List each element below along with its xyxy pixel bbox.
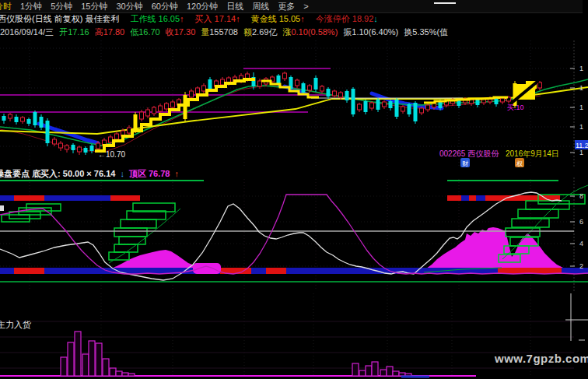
period-toolbar: 分时1分钟5分钟15分钟30分钟60分钟120分钟日线周线更多> <box>0 0 583 13</box>
header-indicator-3: 今涨停价 18.92↓ <box>316 13 378 25</box>
app-window: 分时1分钟5分钟15分钟30分钟60分钟120分钟日线周线更多> 西仪股份(日线… <box>0 0 588 379</box>
quote-field-0: 开17.16 <box>59 26 89 38</box>
svg-text:2016年9月14日: 2016年9月14日 <box>506 149 559 158</box>
quote-field-3: 收17.30 <box>166 26 196 38</box>
svg-text:1: 1 <box>579 65 583 72</box>
svg-text:1: 1 <box>579 149 583 156</box>
watermark: www.7gpzb.com <box>495 352 588 365</box>
menu-item-6[interactable]: 120分钟 <box>187 1 218 12</box>
svg-text:财: 财 <box>462 160 468 167</box>
svg-text:1: 1 <box>579 104 583 111</box>
quote-row: 2016/09/14/三 开17.16高17.80低16.70收17.30量15… <box>0 26 588 39</box>
indicator-values: 工作线 16.05↑买入 17.14↑黄金线 15.05↑今涨停价 18.92↓ <box>130 13 377 25</box>
stock-title: 西仪股份(日线 前复权) 最佳套利 <box>0 13 119 25</box>
quote-field-1: 高17.80 <box>95 26 125 38</box>
quote-date: 2016/09/14/三 <box>0 26 54 38</box>
quote-field-6: 涨0.10(0.58%) <box>282 26 338 38</box>
header-indicator-2: 黄金线 15.05↑ <box>251 13 305 25</box>
svg-text:8: 8 <box>579 192 583 200</box>
main-candlestick-chart[interactable]: 买:10←10.70002265 西仪股份2016年9月14日财权1111111… <box>0 39 588 167</box>
menu-item-5[interactable]: 60分钟 <box>152 1 178 12</box>
header-indicator-0: 工作线 16.05↑ <box>130 13 184 25</box>
svg-text:买:10: 买:10 <box>507 104 524 111</box>
menu-item-7[interactable]: 日线 <box>226 1 243 12</box>
menu-item-3[interactable]: 15分钟 <box>81 1 107 12</box>
menu-item-9[interactable]: 更多 <box>278 1 295 12</box>
header-indicator-1: 买入 17.14↑ <box>195 13 240 25</box>
svg-text:2: 2 <box>579 262 583 270</box>
quote-field-2: 低16.70 <box>130 26 160 38</box>
svg-text:11.2: 11.2 <box>576 142 588 149</box>
svg-text:权: 权 <box>516 160 523 167</box>
quote-fields: 开17.16高17.80低16.70收17.30量155708额2.69亿涨0.… <box>59 26 448 38</box>
quote-field-8: 换5.35%(值 <box>404 26 448 38</box>
svg-text:6: 6 <box>579 218 583 226</box>
menu-item-0[interactable]: 分时 <box>0 1 12 12</box>
svg-text:4: 4 <box>579 240 583 247</box>
window-dash-decoration <box>434 2 456 4</box>
svg-text:←10.70: ←10.70 <box>98 150 125 159</box>
svg-text:1: 1 <box>579 84 583 92</box>
svg-text:1: 1 <box>579 123 583 131</box>
menu-item-4[interactable]: 30分钟 <box>117 1 143 12</box>
quote-field-7: 振1.10(6.40%) <box>343 26 398 38</box>
menu-item-10[interactable]: > <box>303 2 308 11</box>
volume-indicator-panel[interactable] <box>0 292 588 379</box>
quote-field-5: 额2.69亿 <box>243 26 277 38</box>
menu-item-1[interactable]: 1分钟 <box>20 1 42 12</box>
oscillator-indicator-panel[interactable]: 8642 <box>0 177 588 292</box>
menu-item-2[interactable]: 5分钟 <box>51 1 72 12</box>
quote-field-4: 量155708 <box>201 26 238 38</box>
menu-item-8[interactable]: 周线 <box>252 1 269 12</box>
bottom-panel-title: 主力入货 <box>0 319 31 331</box>
indicator-header-row: 西仪股份(日线 前复权) 最佳套利 工作线 16.05↑买入 17.14↑黄金线… <box>0 12 586 26</box>
svg-text:002265 西仪股份: 002265 西仪股份 <box>439 149 499 158</box>
